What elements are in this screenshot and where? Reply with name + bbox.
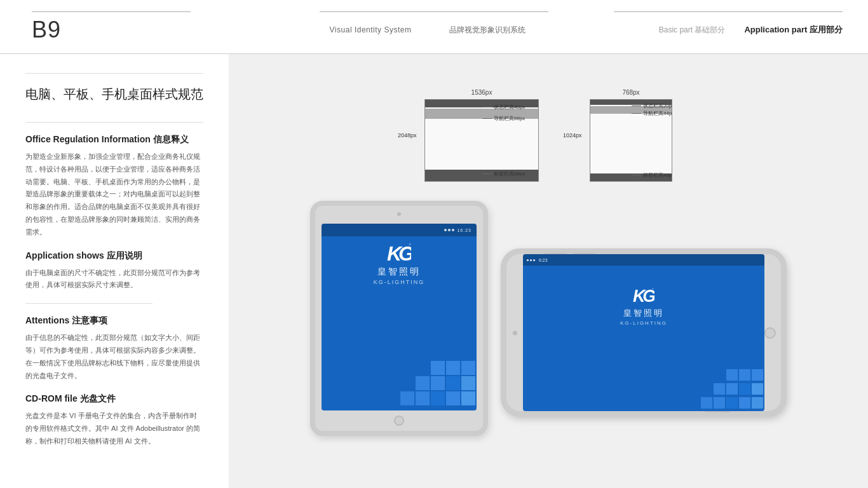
ipad-brand-logo: K G ′ 皇智照明 KG-LIGHTING — [322, 243, 477, 285]
section4-heading: CD-ROM file 光盘文件 — [25, 393, 203, 405]
iphone-width-label: 768px — [590, 89, 672, 96]
s3 — [533, 259, 535, 261]
header-center: Visual Identity System 品牌视觉形象识别系统 — [229, 18, 627, 36]
sidebar-top-divider — [25, 73, 203, 74]
iphone-device: 6:23 K G ′ 皇智照明 KG-LIGHTING — [501, 248, 787, 417]
iphone-signal — [527, 259, 535, 261]
sidebar: 电脑、平板、手机桌面样式规范 Office Regulation Informa… — [0, 54, 229, 488]
dot1 — [444, 229, 447, 231]
main-content: 电脑、平板、手机桌面样式规范 Office Regulation Informa… — [0, 54, 868, 488]
ipad-dev-status: 16:23 — [322, 224, 477, 236]
sidebar-divider-2 — [25, 303, 153, 304]
ipad-width-label: 1536px — [424, 89, 539, 96]
ipad-time: 16:23 — [457, 228, 471, 233]
header-right: Basic part 基础部分 Application part 应用部分 — [627, 18, 868, 36]
dot2 — [448, 229, 451, 231]
ipad-diagram-rect: 状态栏高40px 导航栏高88px 标签栏高98px — [424, 99, 539, 182]
kg-icon-svg: K G ′ — [387, 243, 411, 263]
iphone-height-label: 1024px — [563, 132, 582, 139]
ipad-camera — [397, 212, 401, 216]
diagrams-row: 1536px 状态栏高40px 导航栏高88px — [248, 67, 849, 188]
app-part-label: Application part 应用部分 — [744, 24, 843, 36]
sidebar-title: 电脑、平板、手机桌面样式规范 — [25, 85, 203, 103]
header-left: B9 — [0, 10, 229, 43]
ipad-logo-icon: K G ′ — [387, 243, 411, 263]
sidebar-divider-1 — [25, 122, 203, 123]
iphone-status-ann: 状态栏高20px — [632, 102, 672, 109]
iphone-home-button — [764, 327, 776, 339]
iphone-status-bar-dev: 6:23 — [523, 254, 764, 266]
ipad-device: 16:23 K G ′ 皇智照明 KG-LIGHTING — [310, 201, 488, 436]
ipad-screen: 16:23 K G ′ 皇智照明 KG-LIGHTING — [322, 224, 477, 410]
s2 — [530, 259, 532, 261]
section1-heading: Office Regulation Information 信息释义 — [25, 134, 203, 146]
iphone-camera — [513, 330, 517, 335]
iphone-time: 6:23 — [539, 258, 548, 262]
ipad-diagram: 1536px 状态栏高40px 导航栏高88px — [424, 89, 539, 182]
iphone-diagram: 768px 状态栏高20px 导航栏高44px — [590, 89, 672, 182]
kg-icon-svg-phone: K G ′ — [633, 286, 654, 304]
iphone-tile-pattern — [688, 363, 764, 411]
devices-row: 16:23 K G ′ 皇智照明 KG-LIGHTING — [248, 188, 849, 436]
iphone-diagram-rect: 状态栏高20px 导航栏高44px 标签栏高49px — [590, 99, 672, 182]
ipad-brand-cn: 皇智照明 — [377, 266, 421, 278]
ipad-home-button — [394, 416, 404, 426]
section2-text: 由于电脑桌面的尺寸不确定性，此页部分规范可作为参考使用，具体可根据实际尺寸来调整… — [25, 267, 203, 292]
svg-text:′: ′ — [652, 286, 653, 293]
iphone-brand-en: KG-LIGHTING — [620, 320, 667, 326]
vis-label: Visual Identity System — [330, 25, 412, 34]
ipad-tile-pattern — [394, 356, 477, 410]
iphone-tab-ann: 标签栏高49px — [632, 172, 672, 179]
ipad-height-label: 2048px — [398, 132, 417, 139]
iphone-screen: 6:23 K G ′ 皇智照明 KG-LIGHTING — [523, 254, 764, 411]
s1 — [527, 259, 529, 261]
ipad-status-ann: 状态栏高40px — [482, 104, 525, 111]
section3-heading: Attentions 注意事项 — [25, 315, 203, 327]
section1-text: 为塑造企业新形象，加强企业管理，配合企业商务礼仪规范，特设计各种用品，以便于企业… — [25, 151, 203, 239]
header: B9 Visual Identity System 品牌视觉形象识别系统 Bas… — [0, 0, 868, 54]
header-divider-right — [614, 11, 843, 12]
ipad-brand-en: KG-LIGHTING — [374, 279, 425, 285]
iphone-brand-logo: K G ′ 皇智照明 KG-LIGHTING — [523, 286, 764, 326]
brand-label: 品牌视觉形象识别系统 — [449, 25, 526, 36]
iphone-logo-icon: K G ′ — [633, 286, 654, 304]
section2-heading: Application shows 应用说明 — [25, 250, 203, 262]
iphone-nav-ann: 导航栏高44px — [632, 110, 672, 117]
ipad-tab-ann: 标签栏高98px — [482, 170, 525, 177]
iphone-brand-cn: 皇智照明 — [623, 308, 664, 319]
header-divider-left — [32, 11, 191, 12]
section4-text: 光盘文件是本 VI 手册电子文件的集合，内含手册制作时的专用软件格式文件。其中 … — [25, 410, 203, 447]
dot3 — [452, 229, 454, 231]
ipad-nav-ann: 导航栏高88px — [482, 115, 525, 122]
section3-text: 由于信息的不确定性，此页部分规范（如文字大小、间距等）可作为参考使用，具体可根据… — [25, 332, 203, 382]
header-divider-center — [320, 11, 548, 12]
basic-part-label: Basic part 基础部分 — [659, 25, 726, 36]
right-content: 1536px 状态栏高40px 导航栏高88px — [229, 54, 868, 488]
ipad-signal-dots — [444, 229, 454, 231]
page-code: B9 — [32, 17, 61, 43]
